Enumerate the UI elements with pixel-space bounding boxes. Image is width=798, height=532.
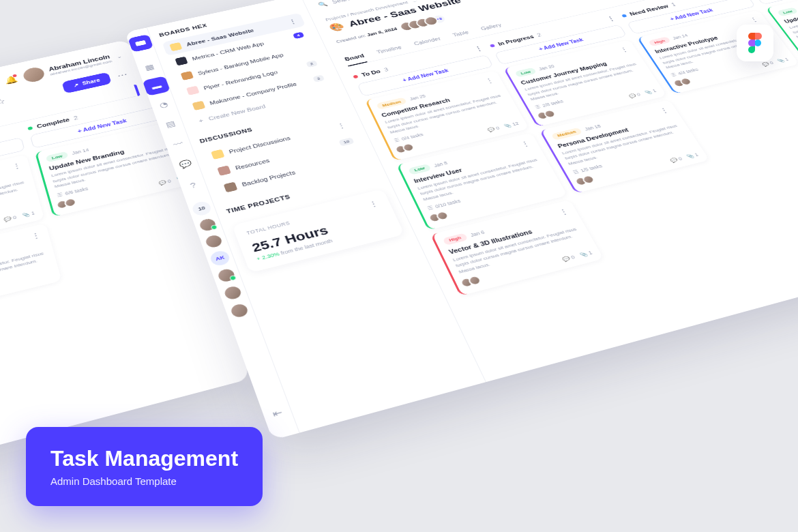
app-logo[interactable] [128, 34, 153, 53]
time-more-icon[interactable]: ⋮ [367, 199, 380, 209]
more-icon[interactable]: ⋯ [115, 70, 129, 80]
tab-timeline[interactable]: Timeline [374, 41, 405, 59]
tab-calendar[interactable]: Calender [411, 32, 445, 51]
promo-title: Task Management [50, 446, 238, 471]
promo-banner: Task Management Admin Dashboard Template [26, 427, 263, 506]
star-icon[interactable]: ☆ [0, 96, 8, 106]
board-more-icon[interactable]: ⋮ [287, 17, 298, 25]
avatar [22, 66, 46, 84]
sidebar-avatar[interactable] [228, 301, 251, 321]
tab-gallery[interactable]: Gallery [477, 18, 505, 35]
card-more-icon[interactable]: ⋮ [11, 161, 23, 171]
sidebar-count-badge: 10 [191, 200, 213, 217]
col-more-icon[interactable]: ⋮ [473, 44, 484, 53]
sidebar-avatar[interactable] [196, 216, 218, 233]
task-card[interactable]: MediumJan 10⋮ Marketing Materials Lorem … [0, 223, 61, 319]
bell-icon[interactable]: 🔔 [4, 74, 18, 85]
sidebar-avatar[interactable] [221, 284, 244, 302]
sidebar-avatar[interactable] [203, 233, 225, 250]
figma-badge [737, 25, 773, 61]
svg-point-0 [754, 40, 761, 46]
sidebar-avatar[interactable] [215, 267, 238, 285]
promo-subtitle: Admin Dashboard Template [50, 475, 238, 487]
chevron-down-icon: ⌄ [116, 53, 123, 59]
tab-board[interactable]: Board [342, 49, 367, 67]
tab-table[interactable]: Table [449, 26, 472, 42]
edit-icon[interactable]: ✎ [464, 0, 473, 1]
sidebar-avatar-initials[interactable]: AK [209, 250, 231, 267]
share-button[interactable]: ↗ Share [61, 72, 111, 94]
